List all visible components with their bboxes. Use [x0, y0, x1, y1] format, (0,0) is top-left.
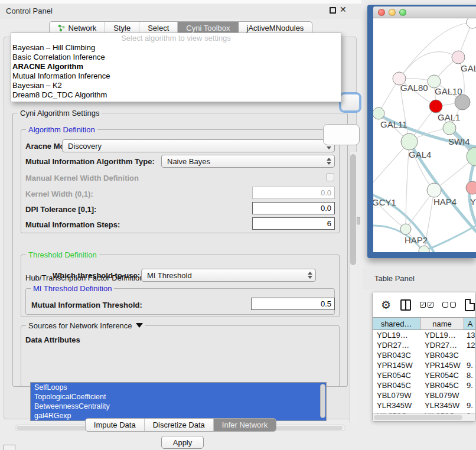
manual-kernel-width-checkbox[interactable]: [326, 173, 334, 181]
table-cell: 12: [464, 340, 476, 350]
document-icon[interactable]: [465, 299, 475, 311]
table-cell: [464, 350, 476, 360]
dropdown-prompt: Select algorithm to view settings: [11, 33, 341, 43]
cyni-bottom-tabs: Impute DataDiscretize DataInfer Network: [85, 418, 276, 432]
node-label: GAL10: [435, 86, 462, 96]
node-label: HAP4: [433, 197, 457, 207]
dropdown-item[interactable]: Mutual Information Inference: [11, 71, 341, 81]
control-panel-titlebar: [0, 4, 361, 19]
mi-threshold-input[interactable]: [251, 298, 335, 310]
table-row[interactable]: YBL079WYBL079W: [373, 390, 475, 400]
network-node-gal11[interactable]: [373, 107, 384, 119]
network-node-gal1[interactable]: [429, 100, 442, 113]
table-cell: YDR27…: [420, 340, 464, 350]
deselect-all-checkboxes-icon[interactable]: [442, 302, 456, 308]
bottom-tab-discretize-data[interactable]: Discretize Data: [145, 419, 214, 431]
network-graph: GALGAL80GAL10GAL1SWI4GAL11GAL4GCY1HAP4YH…: [373, 18, 476, 252]
application-window: Control Panel ✕ NetworkStyleSelectCyni T…: [0, 0, 476, 450]
network-node-y[interactable]: [466, 181, 476, 194]
sources-group: Sources for Network Inference: [21, 325, 340, 387]
node-label: GCY1: [373, 197, 396, 207]
algorithm-dropdown-popup: Select algorithm to view settings Bayesi…: [11, 32, 341, 102]
scrollbar-thumb[interactable]: [350, 154, 356, 265]
kernel-width-input[interactable]: [252, 187, 335, 199]
table-row[interactable]: YBR045CYBR045C9.: [373, 380, 475, 390]
close-traffic-light-icon[interactable]: [378, 9, 385, 16]
apply-button[interactable]: Apply: [161, 436, 204, 449]
which-threshold-combobox[interactable]: MI Threshold: [141, 269, 316, 282]
table-row[interactable]: YDR27…YDR27…12: [373, 340, 475, 350]
cyni-settings-legend: Cyni Algorithm Settings: [18, 109, 102, 118]
attribute-list-item[interactable]: SelfLoops: [31, 383, 326, 392]
table-row[interactable]: YER054CYER054C8.: [373, 370, 475, 380]
bottom-tab-impute-data[interactable]: Impute Data: [86, 419, 145, 431]
bottom-left-partial-button[interactable]: [4, 445, 15, 450]
dropdown-item[interactable]: ARACNE Algorithm: [11, 62, 341, 71]
table-row[interactable]: YPR145WYPR145W9.: [373, 360, 475, 370]
table-cell: YER054C: [373, 370, 420, 380]
table-cell: YPR145W: [373, 360, 420, 370]
bottom-tab-infer-network[interactable]: Infer Network: [214, 419, 276, 431]
network-node-swi4[interactable]: [443, 122, 456, 135]
which-threshold-value: MI Threshold: [147, 271, 192, 280]
mi-algorithm-type-combobox[interactable]: Naive Bayes: [161, 155, 335, 168]
network-edge[interactable]: [373, 142, 409, 190]
columns-icon[interactable]: [400, 299, 411, 311]
tab-label: Infer Network: [222, 420, 268, 429]
network-node[interactable]: [467, 18, 476, 28]
list-scrollbar[interactable]: [320, 384, 325, 418]
minimize-traffic-light-icon[interactable]: [389, 9, 396, 16]
tab-label: Discretize Data: [153, 420, 205, 429]
data-attributes-label: Data Attributes: [25, 335, 80, 344]
mi-steps-input[interactable]: [252, 217, 335, 230]
table-horizontal-scrollbar[interactable]: [373, 413, 475, 421]
network-node-hap4[interactable]: [427, 183, 441, 197]
tab-label: Network: [69, 24, 97, 32]
attribute-list-item[interactable]: BetweennessCentrality: [31, 402, 326, 411]
dropdown-item[interactable]: Bayesian – Hill Climbing: [11, 43, 341, 53]
expanded-arrow-icon: [136, 323, 143, 328]
zoom-traffic-light-icon[interactable]: [399, 9, 406, 16]
dpi-tolerance-input[interactable]: [252, 202, 335, 214]
network-node-hap2[interactable]: [400, 224, 411, 234]
data-attributes-list[interactable]: SelfLoopsTopologicalCoefficientBetweenne…: [30, 382, 327, 421]
threshold-definition-legend: Threshold Definition: [26, 250, 99, 259]
attribute-list-item[interactable]: TopologicalCoefficient: [31, 392, 326, 402]
sources-legend[interactable]: Sources for Network Inference: [26, 321, 145, 330]
splitpane-handle[interactable]: [357, 217, 360, 224]
node-table[interactable]: shared…nameAYDL19…YDL19…13YDR27…YDR27…12…: [373, 317, 475, 420]
gear-icon[interactable]: ⚙: [381, 299, 391, 311]
dropdown-item[interactable]: Bayesian – K2: [11, 81, 341, 90]
table-row[interactable]: YLR345WYLR345W9.: [373, 400, 475, 410]
column-header[interactable]: A: [464, 318, 476, 330]
tab-label: Select: [148, 24, 169, 32]
dropdown-item[interactable]: Basic Correlation Inference: [11, 53, 341, 62]
network-tab-icon: [58, 24, 66, 32]
table-row[interactable]: YDL19…YDL19…13: [373, 330, 475, 340]
table-cell: YLR345W: [373, 400, 420, 410]
data-table-box-partial: [323, 124, 360, 145]
table-cell: YPR145W: [420, 360, 464, 370]
settings-vertical-scrollbar[interactable]: [349, 152, 357, 422]
scrollbar-thumb[interactable]: [374, 415, 462, 420]
inference-algorithm-combobox-partial[interactable]: [341, 94, 360, 111]
table-cell: YBR043C: [420, 350, 464, 360]
node-label: GAL80: [400, 83, 428, 93]
dropdown-item[interactable]: Dream8 DC_TDC Algorithm: [11, 90, 341, 100]
column-header[interactable]: name: [420, 318, 464, 330]
network-node-gal4[interactable]: [401, 133, 418, 150]
network-node[interactable]: [455, 94, 470, 110]
table-row[interactable]: YBR043CYBR043C: [373, 350, 475, 360]
close-icon[interactable]: ✕: [340, 5, 347, 14]
aracne-mode-combobox[interactable]: Discovery: [62, 139, 335, 152]
aracne-mode-value: Discovery: [68, 142, 102, 151]
table-cell: YDR27…: [373, 340, 420, 350]
table-cell: YDL19…: [420, 330, 464, 340]
float-window-icon[interactable]: [330, 7, 336, 14]
network-canvas[interactable]: GALGAL80GAL10GAL1SWI4GAL11GAL4GCY1HAP4YH…: [373, 18, 476, 252]
tab-label: jActiveMNodules: [247, 24, 304, 32]
network-node-gal[interactable]: [452, 51, 465, 64]
node-label: GAL: [461, 63, 476, 73]
select-all-checkboxes-icon[interactable]: ✓✓: [420, 302, 433, 308]
column-header[interactable]: shared…: [373, 318, 420, 330]
